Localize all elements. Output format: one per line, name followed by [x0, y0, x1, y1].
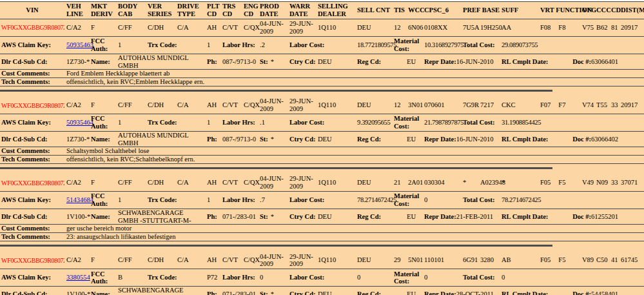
selling-dealer-value: 1Q110 — [316, 256, 355, 264]
warr-date-value: 29-JUN-2009 — [288, 20, 316, 36]
dist-value: 37071 — [619, 179, 644, 187]
dealer-name-value: AUTOHAUS MUNDIGL GMBH — [116, 132, 205, 147]
labor-hrs-value: 0 — [258, 274, 288, 281]
ctry-cd-value: DEU — [316, 213, 355, 221]
tis-value: 21 — [392, 179, 406, 187]
ctry-cd-label: Ctry Cd: — [288, 290, 316, 295]
vin-value: WF0GXXGBBG9R08072 — [0, 257, 64, 264]
material-cost-label: Material Cost: — [392, 270, 422, 286]
trx-code-label: Trx Code: — [146, 196, 205, 204]
header-dist: DIST(Miles) — [619, 6, 644, 14]
aws-claim-key-label: AWS Claim Key: — [0, 196, 64, 204]
claim-record: WF0GXXGBBG9R08072 C/A2 F C/FF C/DH C/A A… — [0, 97, 644, 174]
selling-dealer-value: 1Q110 — [316, 24, 355, 32]
eng-cd-value: C/QX — [242, 179, 258, 187]
table-header-row: VIN VEH LINE MKT DERIV BODY CAB VER SERI… — [0, 1, 644, 19]
ph-label: Ph: — [205, 290, 220, 295]
trx-code-value: 1 — [205, 196, 220, 204]
tech-comments-label: Tech Comments: — [0, 78, 64, 86]
st-value: * — [271, 213, 274, 220]
cust-comments-label: Cust Comments: — [0, 147, 64, 155]
labor-cost-value: 9.392095655 — [355, 119, 392, 127]
cust-comments-row: Cust Comments: Ford Emblem Heckklappe bl… — [0, 70, 644, 78]
dlr-cd-value: 1V100-* — [64, 290, 89, 295]
fcc-auth-value: 1 — [116, 41, 146, 49]
dlr-cd-value: 1V100-* — [64, 213, 89, 221]
repr-date-cell: Repr Date:21-FEB-2011 — [422, 213, 500, 221]
trx-code-value: 1 — [205, 41, 220, 49]
vrt1-value: F05 — [540, 256, 551, 264]
labor-cost-label: Labor Cost: — [288, 274, 355, 281]
ctry-cd-label: Ctry Cd: — [288, 58, 316, 66]
vin-value: WF0GXXGBBG9R08072 — [0, 179, 64, 187]
reg-cd-value: EU — [392, 213, 422, 221]
reg-cd-label: Reg Cd: — [355, 58, 392, 66]
aws-claim-key-link[interactable]: 3380554 — [66, 274, 90, 281]
doc-num-label: Doc #: — [572, 58, 591, 65]
dealer-row: Dlr Cd-Sub Cd: 1Z730-* Name: AUTOHAUS MU… — [0, 54, 644, 70]
reg-cd-label: Reg Cd: — [355, 213, 392, 221]
eng-cd-value: C/QX — [242, 24, 258, 32]
trx-code-value: P72 — [205, 274, 220, 281]
veh-line-value: C/A2 — [64, 256, 89, 264]
st-cell: St:* — [258, 290, 288, 295]
reg-cd-label: Reg Cd: — [355, 136, 392, 143]
st-value: * — [271, 136, 274, 143]
cust-comments-label: Cust Comments: — [0, 225, 64, 232]
vin-row: WF0GXXGBBG9R08072 C/A2 F C/FF C/DH C/A A… — [0, 97, 644, 114]
total-cost-value: 78.2714672425 — [500, 196, 580, 204]
name-label: Name: — [89, 290, 116, 295]
cust-comments-row: Cust Comments: ger usche bereich motor — [0, 225, 644, 233]
mkt-deriv-value: F — [89, 256, 116, 264]
labor-cost-value: 0 — [355, 274, 392, 281]
tech-comments-label: Tech Comments: — [0, 233, 64, 241]
ver-series-value: C/DH — [146, 179, 175, 187]
cust-comments-value: ger usche bereich motor — [64, 225, 644, 232]
repr-date-value: 21-FEB-2011 — [456, 213, 493, 220]
trs-cd-value: C/VT — [220, 256, 242, 264]
suff-value: AA — [500, 24, 538, 32]
header-body-cab: BODY CAB — [116, 3, 146, 18]
fcc-auth-label: FCC Auth: — [89, 192, 116, 208]
cd-value: 33 — [609, 101, 619, 109]
header-selling-dealer: SELLING DEALER — [316, 3, 355, 18]
suff-value: CKC — [500, 101, 538, 109]
vfg-value: V74 — [580, 101, 594, 109]
cust-comments-row: Cust Comments: Schaltsymbol Schalthebel … — [0, 147, 644, 156]
header-vin: VIN — [0, 6, 64, 14]
total-cost-label: Total Cost: — [461, 41, 500, 49]
labor-cost-label: Labor Cost: — [288, 41, 355, 49]
doc-num-label: Doc #: — [572, 213, 591, 220]
header-drive-type: DRIVE TYPE — [175, 3, 205, 18]
ccc-value: T55 — [594, 101, 609, 109]
header-vrt-function: VRT FUNCTION — [538, 6, 580, 14]
reg-cd-value: EU — [392, 290, 422, 295]
name-label: Name: — [89, 58, 116, 66]
eng-cd-value: C/QX — [242, 256, 258, 264]
dealer-name-value: SCHWABENGARAGE GMBH -STUTTGART-M- — [116, 287, 205, 295]
sell-cnt-value: DEU — [355, 101, 392, 109]
base-value: 3280 — [478, 256, 500, 264]
plt-cd-value: AH — [205, 179, 220, 187]
st-cell: St:* — [258, 136, 288, 143]
doc-num-cell: Doc #:63066402 — [538, 136, 619, 143]
labor-hrs-value: .1 — [258, 119, 288, 127]
dist-value: 61745 — [619, 256, 644, 264]
dealer-name-value: SCHWABENGARAGE GMBH -STUTTGART-M- — [116, 209, 205, 224]
doc-num-value: 54458401 — [591, 290, 618, 295]
repr-date-value: 28-OCT-2011 — [456, 290, 494, 295]
claim-record: WF0GXXGBBG9R08072 C/A2 F C/FF C/DH C/A A… — [0, 252, 644, 295]
body-cab-value: C/FF — [116, 101, 146, 109]
wcc-value: 2A01 — [406, 179, 422, 187]
ccc-value: C50 — [594, 256, 609, 264]
record-divider-bar — [0, 245, 552, 247]
fcc-auth-label: FCC Auth: — [89, 115, 116, 130]
cd-value: 33 — [609, 179, 619, 187]
material-cost-label: Material Cost: — [392, 192, 422, 208]
dlr-cd-label: Dlr Cd-Sub Cd: — [0, 213, 64, 221]
labor-hrs-value: .7 — [258, 196, 288, 204]
header-tis: TIS — [392, 6, 406, 14]
header-suff: SUFF — [500, 6, 538, 14]
labor-hrs-label: Labor Hrs: — [220, 196, 258, 204]
dealer-name-value: AUTOHAUS MUNDIGL GMBH — [116, 54, 205, 69]
